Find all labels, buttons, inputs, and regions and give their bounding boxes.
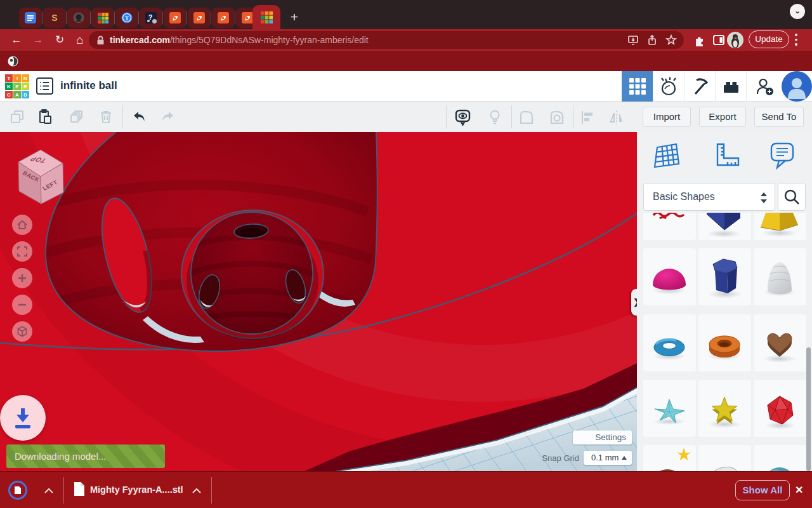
forward-button[interactable]: →	[29, 31, 47, 49]
zoom-in-button[interactable]	[12, 268, 32, 288]
dropdown-up-arrow-icon	[622, 456, 627, 460]
download-fab[interactable]	[0, 395, 46, 441]
minus-icon	[15, 298, 29, 312]
copy-icon[interactable]	[9, 109, 25, 125]
tinkercad-header: TIN KER CAD infinite ball	[0, 71, 812, 102]
snap-grid-dropdown[interactable]: 0.1 mm	[584, 451, 632, 465]
tinkercad-logo[interactable]: TIN KER CAD	[5, 74, 29, 98]
send-to-button[interactable]: Send To	[754, 107, 804, 127]
reload-button[interactable]: ↻	[51, 31, 69, 49]
workplane-tool-icon[interactable]	[652, 141, 681, 171]
url-text: tinkercad.com/things/5Q79DdNsASw-mighty-…	[110, 35, 369, 45]
solid-shape-icon[interactable]	[518, 109, 535, 126]
collaborate-button[interactable]	[746, 71, 782, 102]
list-icon	[39, 81, 50, 91]
download-item-chevron-icon[interactable]	[44, 488, 53, 493]
shape-tile-tube[interactable]	[698, 314, 751, 371]
dropdown-arrows-icon	[761, 192, 767, 203]
view-3d-button[interactable]	[622, 71, 653, 102]
zoom-out-button[interactable]	[12, 295, 32, 315]
shape-tile-icosahedron[interactable]	[754, 380, 806, 437]
shape-tile-gray-cylinder[interactable]	[698, 445, 751, 471]
shape-tile-polygon[interactable]	[698, 248, 751, 305]
tinkercad-icon	[261, 11, 273, 23]
install-icon[interactable]	[627, 34, 639, 46]
pinned-tab[interactable]: S	[43, 8, 66, 28]
notes-tool-icon[interactable]	[768, 141, 797, 171]
shape-category-dropdown[interactable]: Basic Shapes	[643, 183, 775, 211]
align-icon[interactable]	[579, 109, 596, 126]
shape-tile-star[interactable]	[698, 380, 751, 437]
perspective-toggle-button[interactable]	[12, 321, 32, 342]
shape-tile-teal-sphere[interactable]	[754, 445, 806, 471]
add-person-icon	[755, 77, 774, 96]
paste-icon[interactable]	[37, 109, 53, 125]
lock-icon	[96, 36, 105, 45]
active-tab-tinkercad[interactable]	[252, 5, 280, 29]
show-all-visibility-icon[interactable]	[454, 109, 472, 126]
grid-icon	[629, 78, 646, 95]
minecraft-export-button[interactable]	[684, 71, 715, 102]
pinned-tab[interactable]	[19, 8, 42, 28]
settings-button[interactable]: Settings	[573, 431, 632, 444]
shape-tile-scribble[interactable]	[643, 213, 696, 240]
side-panel-icon[interactable]	[712, 33, 726, 47]
back-button[interactable]: ←	[8, 31, 25, 49]
home-view-button[interactable]	[12, 215, 32, 235]
pinned-tab[interactable]	[212, 8, 235, 28]
hole-shape-icon[interactable]	[548, 109, 566, 126]
ruler-tool-icon[interactable]	[712, 141, 741, 171]
design-title[interactable]: infinite ball	[60, 79, 117, 92]
3d-viewport[interactable]: TOP BACK LEFT Downloading model... Setti…	[0, 132, 637, 471]
pinned-tab[interactable]: T	[115, 8, 138, 28]
shape-tile-heart[interactable]	[754, 314, 806, 371]
undo-icon[interactable]	[131, 109, 147, 125]
delete-icon[interactable]	[98, 109, 114, 125]
import-button[interactable]: Import	[643, 107, 691, 127]
scene-canvas: TOP BACK LEFT	[0, 132, 637, 471]
pinned-tab[interactable]: ?	[140, 8, 162, 28]
downloaded-filename[interactable]: Mighty Fyyran-A....stl	[90, 485, 183, 495]
home-button[interactable]: ⌂	[71, 31, 89, 49]
svg-text:S: S	[51, 13, 57, 23]
shape-tile-thin-star[interactable]	[643, 380, 696, 437]
duplicate-icon[interactable]	[69, 109, 85, 125]
user-avatar[interactable]	[782, 71, 812, 102]
show-all-downloads-button[interactable]: Show All	[735, 480, 790, 500]
shape-tile-box[interactable]	[698, 213, 751, 240]
bricks-export-button[interactable]	[715, 71, 746, 102]
download-in-progress-icon[interactable]	[8, 480, 28, 500]
close-downloads-bar-icon[interactable]: ✕	[795, 484, 803, 496]
shape-tile-paraboloid[interactable]	[754, 248, 806, 305]
fit-view-button[interactable]	[12, 241, 32, 262]
url-bar[interactable]: tinkercad.com/things/5Q79DdNsASw-mighty-…	[89, 31, 684, 49]
download-item-chevron-icon[interactable]	[192, 488, 201, 493]
pinned-tab[interactable]	[67, 8, 90, 28]
globe-favicon[interactable]	[8, 56, 18, 67]
export-button[interactable]: Export	[699, 107, 746, 127]
pinned-tab[interactable]	[164, 8, 187, 28]
shape-tile-half-sphere[interactable]	[643, 248, 696, 305]
browser-tab-strip: S T ? + ⌄	[0, 0, 812, 29]
bookmark-star-icon[interactable]	[665, 34, 678, 46]
profile-avatar[interactable]	[727, 32, 743, 48]
shape-tile-premium-brown-shape[interactable]	[643, 445, 696, 471]
lightbulb-icon[interactable]	[486, 109, 504, 126]
sim-lab-button[interactable]	[653, 71, 684, 102]
pinned-tab[interactable]	[91, 8, 114, 28]
share-icon[interactable]	[646, 34, 658, 46]
tab-list-chevron-icon[interactable]: ⌄	[790, 4, 805, 19]
redo-icon[interactable]	[160, 109, 176, 125]
new-tab-button[interactable]: +	[285, 8, 303, 26]
update-button[interactable]: Update	[749, 30, 789, 48]
shape-tile-torus[interactable]	[643, 314, 696, 371]
panel-scrollbar[interactable]	[806, 347, 811, 471]
design-menu-button[interactable]	[36, 77, 53, 95]
mirror-icon[interactable]	[608, 109, 625, 126]
shape-tile-pyramid[interactable]	[754, 213, 806, 240]
extensions-puzzle-icon[interactable]	[693, 33, 707, 47]
svg-text:T: T	[125, 15, 129, 22]
shape-search-button[interactable]	[778, 183, 806, 211]
pinned-tab[interactable]	[188, 8, 211, 28]
browser-menu-icon[interactable]	[795, 34, 797, 48]
